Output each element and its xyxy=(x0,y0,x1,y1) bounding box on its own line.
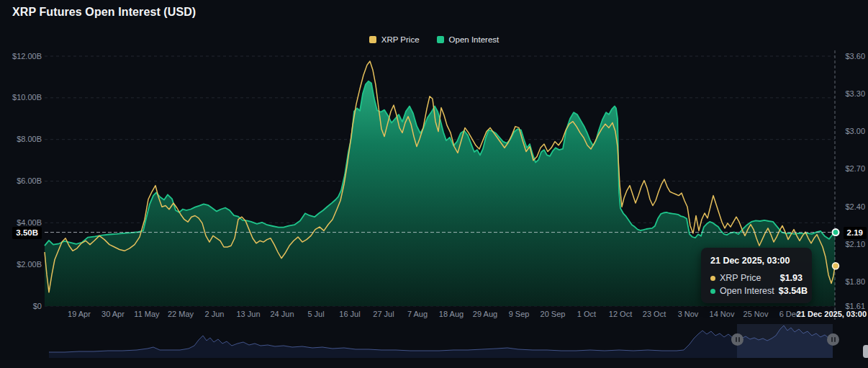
tooltip-value-open-interest: $3.54B xyxy=(779,286,808,296)
left-axis-tick-label: $2.00B xyxy=(1,260,42,269)
tooltip-row-xrp-price: XRP Price $1.93 xyxy=(710,273,803,283)
navigator-selection[interactable] xyxy=(737,324,833,358)
x-axis-tick-label: 30 Apr xyxy=(101,310,125,319)
handle-grip-icon xyxy=(831,337,833,342)
chart-widget: XRP Futures Open Interest (USD) XRP Pric… xyxy=(0,0,868,368)
price-axis-last-value-badge: 2.19 xyxy=(844,227,867,239)
navigator-area xyxy=(49,326,833,358)
bottom-strip xyxy=(0,360,868,368)
open-interest-last-point xyxy=(833,229,839,235)
navigator-right-handle[interactable] xyxy=(827,333,839,346)
open-interest-last-value-badge: 3.50B xyxy=(12,227,42,239)
handle-grip-icon xyxy=(736,337,737,342)
tooltip: 21 Dec 2025, 03:00 XRP Price $1.93 Open … xyxy=(701,248,812,303)
x-axis-tick-label: 19 Apr xyxy=(68,310,91,319)
left-axis-tick-label: $0 xyxy=(1,302,42,311)
navigator-left-handle[interactable] xyxy=(731,333,743,346)
x-axis-tick-label: 23 Oct xyxy=(643,310,666,319)
x-axis-tick-label: 16 Jul xyxy=(339,310,360,319)
crosshair-date-label: 21 Dec 2025, 03:00 xyxy=(797,310,867,318)
xrp-price-dot-icon xyxy=(710,276,715,281)
handle-grip-icon xyxy=(738,337,740,342)
open-interest-dot-icon xyxy=(710,289,715,294)
right-axis-tick-label: $1.80 xyxy=(839,277,865,287)
x-axis-tick-label: 5 Jul xyxy=(307,310,324,319)
x-axis-tick-label: 2 Jun xyxy=(205,310,225,319)
x-axis-tick-label: 13 Jun xyxy=(236,310,260,319)
left-axis-tick-label: $8.00B xyxy=(1,135,42,144)
x-axis-tick-label: 1 Oct xyxy=(577,310,596,319)
x-axis-tick-label: 20 Sep xyxy=(541,310,566,319)
x-axis-tick-label: 22 May xyxy=(168,310,194,319)
right-axis-tick-label: $3.60 xyxy=(839,52,865,61)
tooltip-row-open-interest: Open Interest $3.54B xyxy=(710,286,803,296)
x-axis-tick-label: 7 Aug xyxy=(407,310,428,319)
right-axis-tick-label: $2.70 xyxy=(839,164,865,174)
xrp-price-last-point xyxy=(833,263,839,269)
right-axis-tick-label: $2.10 xyxy=(839,240,865,249)
page-scrollbar-thumb[interactable] xyxy=(863,345,868,358)
tooltip-value-xrp-price: $1.93 xyxy=(780,273,803,283)
tooltip-label-xrp-price: XRP Price xyxy=(720,273,776,283)
right-axis-tick-label: $3.00 xyxy=(839,127,865,136)
right-axis-tick-label: $3.30 xyxy=(839,89,865,99)
x-axis-tick-label: 11 May xyxy=(134,310,159,319)
x-axis-tick-label: 18 Aug xyxy=(439,310,464,319)
left-axis-tick-label: $6.00B xyxy=(1,176,42,186)
left-axis-tick-label: $12.00B xyxy=(1,52,42,61)
x-axis-tick-label: 24 Jun xyxy=(270,310,294,319)
x-axis-tick-label: 14 Nov xyxy=(710,310,735,319)
tooltip-label-open-interest: Open Interest xyxy=(720,286,774,296)
x-axis-tick-label: 9 Sep xyxy=(509,310,530,319)
x-axis-tick-label: 29 Aug xyxy=(473,310,497,319)
tooltip-date: 21 Dec 2025, 03:00 xyxy=(710,256,803,266)
handle-grip-icon xyxy=(834,337,836,342)
left-axis-tick-label: $10.00B xyxy=(1,93,42,102)
x-axis-tick-label: 27 Jul xyxy=(373,310,394,319)
x-axis-tick-label: 12 Oct xyxy=(609,310,632,319)
x-axis-tick-label: 25 Nov xyxy=(743,310,769,319)
x-axis-tick-label: 3 Nov xyxy=(678,310,699,319)
right-axis-tick-label: $2.40 xyxy=(839,202,865,212)
